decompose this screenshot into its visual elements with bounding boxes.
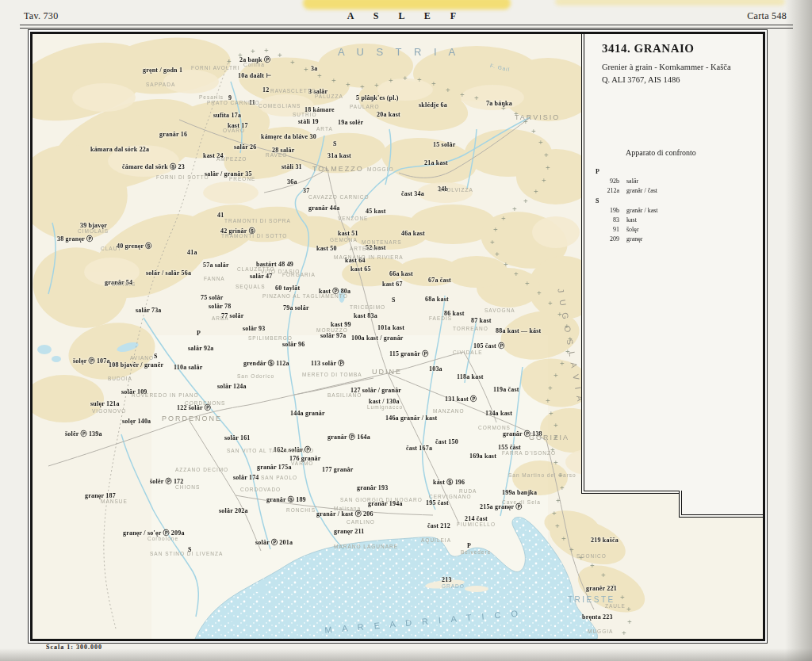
map-point-label: 40 grenęr Ⓢ (117, 242, 152, 250)
map-point-label: 36a (287, 178, 297, 185)
map-place-label: SEQUALS (236, 284, 266, 289)
map-place-label: MUGGIA (588, 629, 613, 634)
map-subtitle-translations: Grenier à grain - Kornkammer - Kašča (602, 63, 731, 71)
map-point-label: čast 212 (427, 522, 450, 529)
map-point-label: bręnta 223 (582, 613, 613, 621)
map-point-label: 57a salâr (203, 262, 229, 269)
map-place-label: MOGGIO (367, 166, 393, 172)
map-point-label: 79a solâr (283, 304, 309, 311)
scanned-atlas-page: { "header": {"tav": "Tav. 730", "title":… (0, 0, 812, 661)
map-place-label: San Martino del Carso (508, 472, 576, 478)
map-point-label: 169a kast (469, 453, 496, 460)
map-place-label: CLAUT (101, 246, 121, 251)
questionnaire-reference: Q. ALI 3767, AIS 1486 (602, 75, 680, 84)
map-point-label: solâr Ⓟ 201a (255, 538, 293, 547)
map-point-label: granâr 44a (308, 204, 339, 212)
map-place-label: Lumignacco (367, 404, 403, 410)
apparato-heading: Apparato di confronto (626, 148, 696, 157)
map-place-label: BUDOIA (108, 376, 132, 381)
map-place-label: PREONE (229, 176, 255, 181)
map-title: 3414. GRANAIO (602, 42, 695, 55)
map-point-label: sufita 17a (213, 112, 241, 119)
map-place-label: ARTEGNA (350, 246, 380, 251)
map-point-label: 113 solâr Ⓟ (311, 359, 345, 368)
map-point-label: salâr 92a (188, 345, 214, 352)
map-place-label: FARRA D'ISONZO (502, 450, 556, 456)
map-point-label: 75 solâr (201, 294, 224, 301)
map-place-label: Malisana (334, 506, 361, 511)
map-point-label: granêr 221 (586, 585, 617, 592)
map-point-label: solâr 78 (209, 303, 231, 310)
map-place-label: PORDENONE (162, 415, 222, 422)
map-place-label: BARCIS (112, 281, 136, 287)
map-point-label: gręnt / godn 1 (143, 67, 182, 74)
map-place-label: CERVIGNANO (429, 494, 472, 499)
map-point-label: 101a kast (377, 324, 404, 331)
map-place-label: FORNI AVOLTRI (191, 65, 240, 71)
map-place-label: SGONICO (576, 553, 607, 559)
map-point-label: kást Ⓢ 196 (433, 478, 465, 487)
map-point-label: 108 bjavêr / granêr (109, 361, 163, 369)
map-place-label: TARVISIO (515, 113, 560, 121)
map-place-label: Cave di Sela (502, 499, 541, 505)
apparato-row: 209granęr (596, 235, 658, 244)
map-place-label: VARMO (291, 460, 313, 466)
map-place-label: Corbolone (147, 536, 178, 541)
map-place-label: AMPEZZO (216, 156, 247, 162)
map-place-label: RUDA (459, 488, 477, 494)
map-place-label: TRAMONTI DI SOTTO (221, 233, 287, 239)
map: ++++++++++++++++++++++++++++++++++++++++… (30, 32, 765, 641)
map-place-label: CHIONS (175, 484, 200, 490)
map-point-label: stàli 19 (298, 118, 319, 125)
map-place-label: MERETO DI TOMBA (302, 372, 362, 377)
map-point-label: salâr 73a (136, 307, 162, 314)
map-place-label: MARANO LAGUNARE (334, 544, 398, 549)
map-place-label: BASILIANO (327, 392, 362, 398)
map-place-label: ARTA (316, 126, 333, 132)
map-point-label: solâr 202a (219, 507, 248, 514)
map-place-label: MANZANO (433, 408, 465, 414)
map-point-label: 20a kast (377, 111, 400, 118)
map-point-label: 37 (303, 187, 309, 194)
map-region-label: A U S T R I A (338, 46, 460, 58)
map-place-label: TORREANO (453, 326, 488, 331)
map-point-label: šolęr Ⓟ 107a (73, 357, 110, 365)
map-point-label: 144a granâr (290, 410, 325, 417)
map-point-label: solęr 140a (122, 418, 151, 425)
carta-number: Carta 548 (747, 10, 787, 22)
map-point-label: kámara dal sörk 22a (90, 146, 149, 153)
map-point-label: granâr 16 (159, 131, 187, 138)
map-point-label: 10a daàlt ⊢ (238, 71, 272, 79)
map-point-label: 195 čast (426, 499, 449, 506)
legend-panel: 3414. GRANAIO Grenier à grain - Kornkamm… (581, 34, 763, 494)
map-place-label: VIGONOVO (92, 408, 126, 414)
map-place-label: CIVIDALE (453, 350, 483, 355)
map-place-label: FANNA (204, 276, 225, 281)
map-place-label: CORMONS (478, 425, 511, 430)
map-place-label: SAPPADA (146, 82, 175, 87)
apparato-row: 92bsalâr (596, 177, 658, 186)
map-point-label: 134a kast (485, 410, 512, 417)
map-frame: ++++++++++++++++++++++++++++++++++++++++… (28, 29, 768, 644)
map-point-label: 88a kast — kást (496, 327, 541, 334)
header-rule (20, 25, 793, 29)
map-place-label: FIUMICELLO (457, 522, 496, 527)
map-point-label: salâr 26 (234, 143, 256, 151)
map-place-label: RONCHIS (286, 507, 316, 513)
map-point-label: kámęre da bláve 30 (261, 133, 316, 140)
map-point-label: 177 granâr (322, 466, 354, 473)
map-point-label: S (154, 353, 158, 360)
map-point-label: 38 granęr Ⓟ (57, 235, 93, 243)
map-point-label: čast 150 (435, 438, 458, 445)
map-place-label: PRATO CARNICO (207, 100, 260, 105)
map-place-label: ROVEREDO IN PIANO (132, 392, 199, 398)
apparato-group-label: P (596, 167, 658, 177)
map-place-label: PALUZZA (315, 94, 343, 99)
map-place-label: SPILIMBERGO (248, 335, 293, 341)
map-point-label: solâr 97a (320, 332, 347, 339)
map-point-label: granâr Ⓟ 164a (327, 433, 370, 441)
map-place-label: MANSUE (101, 499, 128, 504)
map-point-label: 3a (311, 65, 317, 72)
apparato-row: 91šolęr (596, 225, 658, 235)
map-point-label: 100a kast / granâr (351, 334, 404, 342)
